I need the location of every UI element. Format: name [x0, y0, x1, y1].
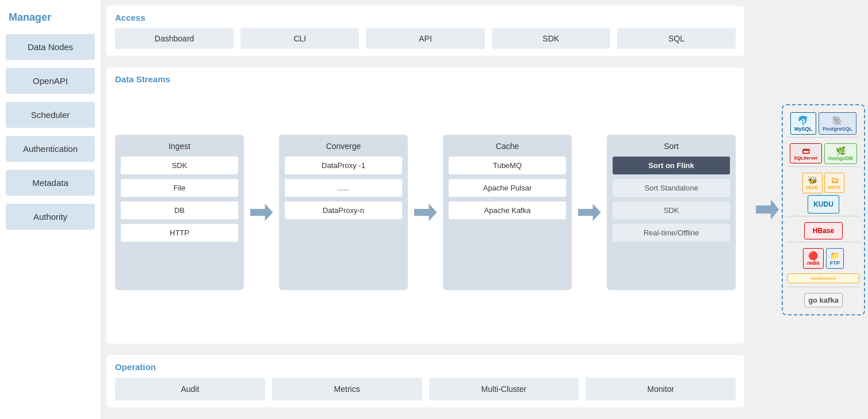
ingest-title: Ingest	[169, 142, 190, 151]
postgres-logo: 🐘 PostgreSQL	[819, 112, 856, 135]
sidebar-item-scheduler[interactable]: Scheduler	[6, 102, 95, 128]
converge-dataproxy1: DataProxy -1	[285, 157, 402, 174]
operation-section: Operation Audit Metrics Multi-Cluster Mo…	[106, 355, 744, 407]
access-section: Access Dashboard CLI API SDK SQL	[106, 6, 744, 56]
sidebar-item-metadata[interactable]: Metadata	[6, 170, 95, 196]
sort-standalone: Sort Standalone	[613, 179, 730, 197]
ingest-http: HTTP	[121, 224, 238, 242]
kafka-logo: go kafka	[804, 293, 843, 307]
ftp-logo: 📁 FTP	[826, 248, 844, 269]
sidebar-item-authentication[interactable]: Authentication	[6, 136, 95, 162]
operation-row: Audit Metrics Multi-Cluster Monitor	[115, 378, 736, 401]
access-title: Access	[115, 13, 736, 22]
converge-dots: ......	[285, 179, 402, 197]
op-monitor-btn[interactable]: Monitor	[586, 378, 736, 401]
right-section: 🐬 MySQL 🐘 PostgreSQL 🗃 SQLServer 🌿 mongo…	[750, 0, 868, 419]
access-sdk-btn[interactable]: SDK	[492, 28, 610, 49]
arrow-3	[576, 204, 602, 221]
logo-row-redis-es-ftp: 🔴 redis 📁 FTP elasticsearch	[787, 246, 859, 287]
arrow-icon-1	[250, 204, 273, 221]
main-content: Access Dashboard CLI API SDK SQL Data St…	[101, 0, 750, 419]
sidebar-item-data-nodes[interactable]: Data Nodes	[6, 34, 95, 60]
access-cli-btn[interactable]: CLI	[240, 28, 359, 49]
redis-logo: 🔴 redis	[803, 248, 824, 269]
hbase-logo: HBase	[804, 222, 843, 239]
op-metrics-btn[interactable]: Metrics	[272, 378, 422, 401]
app-layout: Manager Data Nodes OpenAPI Scheduler Aut…	[0, 0, 868, 419]
sidebar-item-openapi[interactable]: OpenAPI	[6, 68, 95, 94]
cache-apache-kafka: Apache Kafka	[449, 201, 566, 219]
logo-row-mysql-pg: 🐬 MySQL 🐘 PostgreSQL	[787, 110, 859, 138]
logo-row-kafka: go kafka	[787, 291, 859, 310]
logo-row-hbase: HBase	[787, 220, 859, 242]
logos-panel: 🐬 MySQL 🐘 PostgreSQL 🗃 SQLServer 🌿 mongo…	[782, 104, 865, 315]
arrow-icon-3	[578, 204, 601, 221]
access-row: Dashboard CLI API SDK SQL	[115, 28, 736, 49]
hive-logo: 🐝 HIVE	[802, 173, 823, 193]
sidebar: Manager Data Nodes OpenAPI Scheduler Aut…	[0, 0, 101, 419]
sidebar-item-authority[interactable]: Authority	[6, 204, 95, 230]
main-right-arrow	[753, 200, 782, 220]
access-sql-btn[interactable]: SQL	[617, 28, 736, 49]
sqlserver-logo: 🗃 SQLServer	[790, 143, 821, 163]
mysql-logo: 🐬 MySQL	[790, 112, 816, 135]
converge-box: Converge DataProxy -1 ...... DataProxy-n	[279, 135, 408, 290]
ingest-sdk: SDK	[121, 157, 238, 174]
kudu-logo: KUDU	[808, 195, 839, 214]
logo-row-sql-mongo: 🗃 SQLServer 🌿 mongoDB	[787, 141, 859, 167]
ingest-db: DB	[121, 201, 238, 219]
sort-realtime: Real-time/Offline	[613, 224, 730, 242]
access-api-btn[interactable]: API	[366, 28, 484, 49]
sort-box: Sort Sort on Flink Sort Standalone SDK R…	[607, 135, 736, 290]
data-streams-section: Data Streams Ingest SDK File DB HTTP Co	[106, 67, 744, 344]
sort-sdk: SDK	[613, 201, 730, 219]
op-audit-btn[interactable]: Audit	[115, 378, 265, 401]
cache-apache-pulsar: Apache Pulsar	[449, 179, 566, 197]
sidebar-title: Manager	[6, 12, 95, 24]
arrow-icon-2	[414, 204, 437, 221]
data-streams-title: Data Streams	[115, 74, 736, 84]
op-multicluster-btn[interactable]: Multi-Cluster	[429, 378, 579, 401]
cache-tubemq: TubeMQ	[449, 157, 566, 174]
sort-title: Sort	[664, 142, 679, 151]
main-arrow-icon	[756, 200, 779, 220]
ingest-file: File	[121, 179, 238, 197]
hdfs-logo: 🗂 HDFS	[824, 173, 845, 193]
sort-flink: Sort on Flink	[613, 157, 730, 174]
elasticsearch-logo: elasticsearch	[787, 273, 859, 283]
arrow-1	[248, 204, 274, 221]
converge-dataproxyn: DataProxy-n	[285, 201, 402, 219]
arrow-2	[412, 204, 438, 221]
mongodb-logo: 🌿 mongoDB	[824, 143, 857, 164]
access-dashboard-btn[interactable]: Dashboard	[115, 28, 234, 49]
logo-row-hive-hdfs-kudu: 🐝 HIVE 🗂 HDFS KUDU	[787, 170, 859, 216]
converge-title: Converge	[326, 142, 361, 151]
ingest-box: Ingest SDK File DB HTTP	[115, 135, 244, 290]
cache-title: Cache	[496, 142, 519, 151]
operation-title: Operation	[115, 362, 736, 372]
cache-box: Cache TubeMQ Apache Pulsar Apache Kafka	[443, 135, 572, 290]
streams-row: Ingest SDK File DB HTTP Converge DataPro…	[115, 90, 736, 335]
